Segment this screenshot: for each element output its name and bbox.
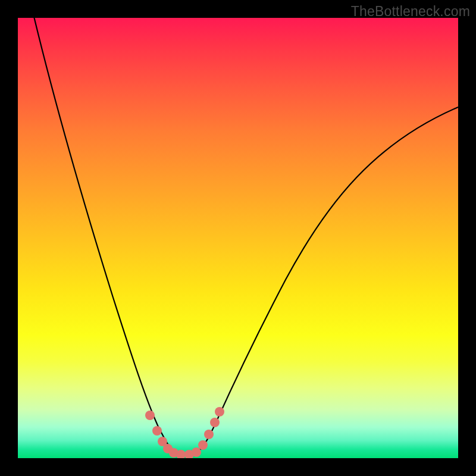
bottleneck-curve — [29, 18, 458, 455]
plot-area — [18, 18, 458, 458]
svg-point-7 — [192, 447, 201, 457]
svg-point-11 — [215, 407, 224, 416]
svg-point-1 — [152, 426, 162, 436]
watermark-text: TheBottleneck.com — [351, 4, 470, 20]
svg-point-0 — [145, 411, 155, 420]
svg-point-8 — [198, 440, 208, 450]
bottleneck-curve-svg — [18, 18, 458, 458]
svg-point-9 — [204, 430, 214, 439]
curve-markers — [145, 407, 224, 458]
chart-frame: TheBottleneck.com — [0, 0, 476, 476]
svg-point-10 — [210, 418, 220, 427]
